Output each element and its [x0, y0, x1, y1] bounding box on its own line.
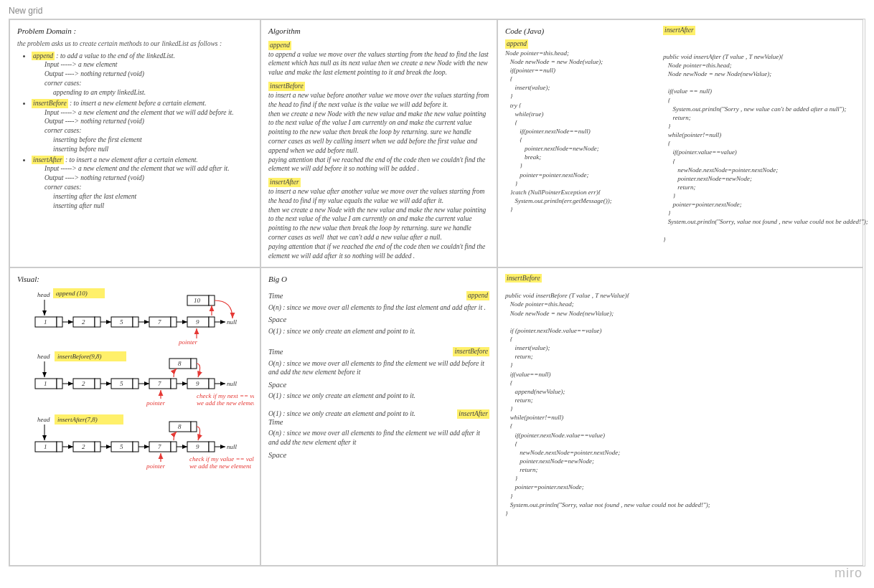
vis-note-after-1: check if my value == value — [189, 455, 254, 463]
svg-text:2: 2 — [82, 380, 85, 387]
method-append: append — [32, 52, 55, 61]
cell-bigo: Big O Time append O(n) : since we move o… — [260, 267, 497, 566]
code-heading: Code (Java) — [505, 26, 649, 37]
insert-before-output: Output ----> nothing returned (void) — [44, 117, 253, 126]
vis-note-before-2: we add the new element — [197, 399, 254, 407]
insert-before-corner: corner cases: — [44, 126, 253, 136]
svg-text:9: 9 — [196, 380, 199, 387]
insert-before-input: Input -----> a new element and the eleme… — [44, 108, 253, 118]
insert-after-input: Input -----> a new element and the eleme… — [44, 164, 253, 174]
svg-rect-3 — [57, 317, 62, 327]
svg-text:8: 8 — [178, 423, 182, 430]
bigo-append-name: append — [466, 291, 489, 300]
vis-pointer-2: pointer — [146, 399, 165, 407]
svg-text:10: 10 — [194, 297, 201, 304]
vis-head-2: head — [37, 353, 50, 360]
svg-rect-33 — [95, 379, 100, 389]
vis-label-append: append (10) — [56, 290, 88, 297]
svg-text:7: 7 — [158, 443, 161, 450]
insert-after-corner: corner cases: — [44, 183, 253, 192]
bigo-append-space: O(1) : since we only create an element a… — [268, 327, 489, 336]
svg-rect-75 — [191, 422, 197, 432]
vis-head-3: head — [37, 416, 50, 423]
main-grid: Problem Domain : the problem asks us to … — [9, 19, 865, 566]
vis-row2-chain: 1 2 5 7 9 null — [35, 379, 238, 389]
vis-pointer-1: pointer — [178, 338, 197, 346]
svg-rect-63 — [133, 442, 138, 452]
problem-intro: the problem asks us to create certain me… — [17, 39, 253, 49]
page-title: New grid — [9, 6, 865, 16]
algo-append-text: to append a value we move over the value… — [268, 50, 489, 77]
cell-code-java: Code (Java) append Node pointer=this.hea… — [497, 19, 863, 267]
visual-heading: Visual: — [17, 274, 253, 285]
svg-text:9: 9 — [196, 318, 199, 326]
svg-rect-37 — [133, 379, 138, 389]
algo-insert-before-text: to insert a new value before another val… — [268, 91, 489, 174]
code-append-body: Node pointer=this.head; Node newNode = n… — [505, 49, 649, 214]
svg-rect-23 — [209, 295, 215, 305]
vis-null-3: null — [227, 443, 238, 450]
vis-row3-chain: 1 2 5 7 9 null — [35, 442, 238, 452]
svg-text:7: 7 — [158, 318, 161, 326]
svg-text:5: 5 — [120, 318, 123, 326]
append-input: Input -----> a new element — [44, 60, 253, 70]
vis-head-1: head — [37, 291, 50, 298]
cell-visual: Visual: append (10) head 1 2 5 — [9, 267, 260, 566]
vis-row1-chain: 1 2 5 7 9 null — [35, 317, 238, 327]
visual-diagram: append (10) head 1 2 5 7 9 null — [17, 287, 254, 545]
bigo-insertbefore-time: O(n) : since we move over all elements t… — [268, 359, 489, 378]
code-append-name: append — [505, 39, 528, 49]
svg-rect-49 — [191, 359, 197, 369]
svg-rect-59 — [95, 442, 100, 452]
svg-rect-29 — [57, 379, 62, 389]
method-insert-after-def: : to insert a new element after a certai… — [65, 156, 198, 163]
cell-problem-domain: Problem Domain : the problem asks us to … — [9, 19, 260, 267]
method-insert-before: insertBefore — [32, 99, 68, 108]
svg-rect-45 — [209, 379, 215, 389]
problem-heading: Problem Domain : — [17, 26, 253, 37]
method-insert-before-def: : to insert a new element before a certa… — [70, 100, 207, 107]
bigo-space-2: Space — [268, 380, 489, 390]
svg-text:1: 1 — [44, 380, 47, 387]
svg-rect-41 — [171, 379, 177, 389]
svg-rect-11 — [133, 317, 138, 327]
insert-after-output: Output ----> nothing returned (void) — [44, 174, 253, 183]
vis-note-before-1: check if my next == value — [197, 392, 254, 399]
svg-rect-55 — [57, 442, 62, 452]
bigo-heading: Big O — [268, 274, 489, 285]
bigo-insertafter-time: O(n) : since we move over all elements t… — [268, 429, 489, 447]
vis-pointer-3: pointer — [146, 463, 165, 470]
bigo-time-1: Time — [268, 291, 283, 301]
bigo-time-3-overlay: Time — [268, 417, 489, 427]
svg-text:1: 1 — [44, 443, 47, 450]
vis-label-insert-after: insertAfter(7,8) — [57, 416, 98, 423]
append-output: Output ----> nothing returned (void) — [44, 70, 253, 79]
bigo-insertafter-pretime: O(1) : since we only create an element a… — [268, 409, 457, 419]
bigo-time-2: Time — [268, 347, 283, 357]
bigo-insertafter-name: insertAfter — [457, 409, 489, 419]
algo-insert-after-name: insertAfter — [268, 178, 301, 187]
svg-text:5: 5 — [120, 380, 123, 387]
vis-note-after-2: we add the new element — [189, 463, 251, 470]
svg-text:2: 2 — [82, 318, 85, 326]
svg-text:7: 7 — [158, 380, 161, 387]
svg-text:1: 1 — [44, 318, 47, 326]
algo-insert-after-text: to insert a new value after another valu… — [268, 187, 489, 261]
bigo-insertbefore-name: insertBefore — [453, 347, 489, 356]
bigo-space-3: Space — [268, 450, 489, 460]
cell-algorithm: Algorithm append to append a value we mo… — [260, 19, 497, 267]
insert-before-case-0: inserting before the first element — [53, 136, 253, 145]
svg-text:9: 9 — [196, 443, 199, 450]
append-corner: corner cases: — [44, 79, 253, 88]
svg-rect-19 — [209, 317, 215, 327]
insert-after-case-0: inserting after the last element — [53, 192, 253, 201]
svg-rect-7 — [95, 317, 100, 327]
svg-rect-15 — [171, 317, 177, 327]
bigo-append-time: O(n) : since we move over all elements t… — [268, 303, 489, 313]
code-insertafter-body: public void insertAfter (T value , T new… — [663, 52, 868, 244]
bigo-space-1: Space — [268, 315, 489, 325]
svg-rect-67 — [171, 442, 177, 452]
method-insert-after: insertAfter — [32, 156, 64, 165]
brand-logo: miro — [835, 566, 863, 572]
bigo-insertbefore-space: O(1) : since we only create an element a… — [268, 392, 489, 401]
